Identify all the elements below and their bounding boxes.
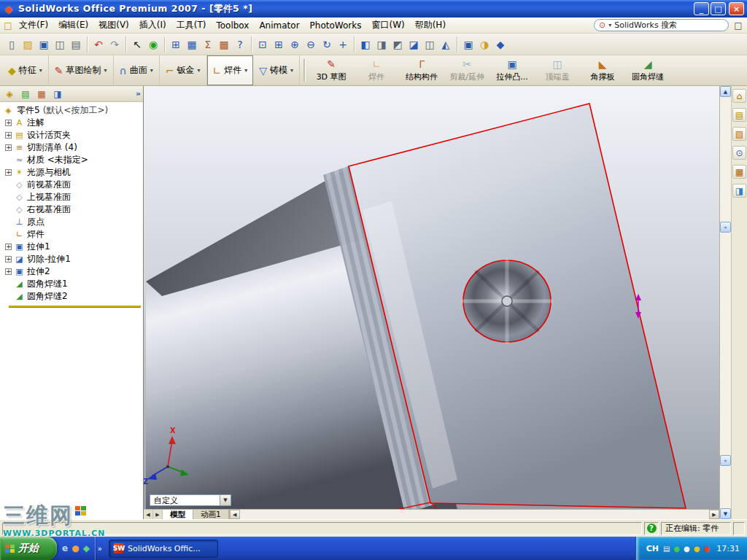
tool-end-cap[interactable]: ◫ 顶端盖 bbox=[535, 55, 580, 85]
propertymanager-tab[interactable]: ▤ bbox=[18, 88, 33, 101]
menu-item[interactable]: Animator bbox=[254, 19, 304, 32]
toolbar-overflow-icon[interactable]: □ bbox=[732, 20, 745, 31]
tray-status-green-icon[interactable]: ● bbox=[673, 545, 680, 553]
chevron-down-icon[interactable]: ▾ bbox=[104, 67, 107, 74]
rollback-bar[interactable] bbox=[9, 306, 141, 308]
cm-tab-weldments[interactable]: ∟ 焊件 ▾ bbox=[207, 55, 254, 85]
cm-tab-mold[interactable]: ▽ 铸模 ▾ bbox=[253, 55, 300, 85]
menu-item[interactable]: 视图(V) bbox=[93, 18, 134, 33]
design-table-button[interactable]: ▦ bbox=[184, 36, 200, 52]
tree-item-material[interactable]: + ≈ 材质 <未指定> bbox=[0, 154, 143, 166]
expand-toggle[interactable]: + bbox=[5, 244, 12, 250]
realview-button[interactable]: ◑ bbox=[476, 36, 492, 52]
tray-status-yellow-icon[interactable]: ● bbox=[694, 545, 700, 553]
expand-toggle[interactable]: + bbox=[5, 144, 12, 151]
menu-item[interactable]: 插入(I) bbox=[134, 18, 171, 33]
menu-item[interactable]: 工具(T) bbox=[171, 18, 212, 33]
cm-tab-surfaces[interactable]: ∩ 曲面 ▾ bbox=[114, 55, 160, 85]
scroll-right-button[interactable]: ▶ bbox=[709, 510, 719, 519]
toolbox-button[interactable]: ◆ bbox=[492, 36, 508, 52]
tree-item-front-plane[interactable]: + ◇ 前视基准面 bbox=[0, 179, 143, 191]
scroll-up-button[interactable]: ▲ bbox=[720, 86, 731, 97]
menu-item[interactable]: 编辑(E) bbox=[53, 18, 93, 33]
tool-structural-member[interactable]: Γ 结构构件 bbox=[399, 55, 444, 85]
hidden-lines-button[interactable]: ◩ bbox=[390, 36, 406, 52]
tree-item-origin[interactable]: + ⊥ 原点 bbox=[0, 216, 143, 228]
panel-expand-icon[interactable]: » bbox=[136, 89, 141, 98]
restore-button[interactable]: □ bbox=[711, 2, 726, 15]
document-window-icon[interactable]: □ bbox=[2, 20, 14, 31]
configuration-combo[interactable]: 自定义 ▼ bbox=[150, 494, 231, 506]
quick-launch-3[interactable]: ◆ bbox=[83, 543, 90, 553]
chevron-down-icon[interactable]: ▾ bbox=[244, 67, 247, 74]
tab-model[interactable]: 模型 bbox=[163, 510, 193, 519]
search-dropdown-icon[interactable]: ▾ bbox=[608, 22, 611, 28]
sketch-button[interactable]: ⊞ bbox=[168, 36, 184, 52]
tool-3d-sketch[interactable]: ✎ 3D 草图 bbox=[309, 55, 354, 85]
appearance-button[interactable]: ▩ bbox=[216, 36, 232, 52]
wireframe-button[interactable]: ◨ bbox=[374, 36, 390, 52]
rotate-view-button[interactable]: ↻ bbox=[319, 36, 335, 52]
standard-views-button[interactable]: ▣ bbox=[460, 36, 476, 52]
quick-launch-2[interactable]: ● bbox=[71, 543, 79, 553]
configurationmanager-tab[interactable]: ▦ bbox=[34, 88, 49, 101]
scroll-left-button[interactable]: ◀ bbox=[230, 510, 240, 519]
quick-tips-icon[interactable]: ? bbox=[647, 524, 657, 533]
vertical-scrollbar[interactable]: ▲ « « ▼ bbox=[719, 86, 731, 519]
scroll-down-button[interactable]: ▼ bbox=[720, 508, 731, 519]
section-view-button[interactable]: ◭ bbox=[438, 36, 454, 52]
select-tool-button[interactable]: ↖ bbox=[129, 36, 145, 52]
tray-keyboard-icon[interactable]: ▤ bbox=[663, 545, 670, 553]
zoom-selection-button[interactable]: ⊖ bbox=[303, 36, 319, 52]
start-button[interactable]: 开始 bbox=[0, 537, 57, 560]
chevron-down-icon[interactable]: ▾ bbox=[290, 67, 293, 74]
pan-button[interactable]: + bbox=[335, 36, 351, 52]
cm-tab-sheet-metal[interactable]: ⌐ 钣金 ▾ bbox=[160, 55, 207, 85]
save-button[interactable]: ▣ bbox=[36, 36, 52, 52]
tree-item-extrude1[interactable]: + ▣ 拉伸1 bbox=[0, 241, 143, 253]
horizontal-scrollbar[interactable]: ◀ ▶ bbox=[229, 510, 719, 519]
tree-item-lights-cameras[interactable]: + ☀ 光源与相机 bbox=[0, 166, 143, 179]
tool-fillet-bead[interactable]: ◢ 圆角焊缝 bbox=[625, 55, 670, 85]
new-button[interactable]: ▯ bbox=[4, 36, 20, 52]
clock[interactable]: 17:31 bbox=[716, 544, 740, 553]
dimxpertmanager-tab[interactable]: ◨ bbox=[50, 88, 65, 101]
menu-item[interactable]: PhotoWorks bbox=[305, 19, 367, 32]
quick-launch-browser[interactable]: e bbox=[62, 543, 68, 553]
design-library-tab[interactable]: ▤ bbox=[732, 108, 746, 122]
print-button[interactable]: ▤ bbox=[68, 36, 84, 52]
redo-button[interactable]: ↷ bbox=[107, 36, 123, 52]
tree-item-extrude2[interactable]: + ▣ 拉伸2 bbox=[0, 265, 143, 278]
solidworks-search-box[interactable]: ⊙ ▾ bbox=[594, 19, 729, 31]
view-orientation-button[interactable]: ◧ bbox=[357, 36, 374, 52]
cm-tab-sketch[interactable]: ✎ 草图绘制 ▾ bbox=[49, 55, 114, 85]
shadows-button[interactable]: ◫ bbox=[422, 36, 438, 52]
collapse-pane-lower-button[interactable]: « bbox=[720, 455, 731, 466]
cm-tab-features[interactable]: ◆ 特征 ▾ bbox=[2, 55, 49, 85]
language-indicator[interactable]: CH bbox=[646, 544, 659, 553]
menu-item[interactable]: 帮助(H) bbox=[410, 18, 451, 33]
menu-item[interactable]: 窗口(W) bbox=[366, 18, 409, 33]
tree-item-fillet-bead1[interactable]: + ◢ 圆角焊缝1 bbox=[0, 278, 143, 290]
tree-item-top-plane[interactable]: + ◇ 上视基准面 bbox=[0, 191, 143, 203]
tree-item-fillet-bead2[interactable]: + ◢ 圆角焊缝2 bbox=[0, 290, 143, 303]
tree-item-right-plane[interactable]: + ◇ 右视基准面 bbox=[0, 203, 143, 216]
chevron-down-icon[interactable]: ▾ bbox=[150, 67, 153, 74]
expand-toggle[interactable]: + bbox=[5, 169, 12, 176]
combo-dropdown-button[interactable]: ▼ bbox=[220, 495, 231, 505]
model-canvas[interactable]: X Z bbox=[144, 86, 719, 509]
shaded-button[interactable]: ◪ bbox=[406, 36, 422, 52]
featuremanager-tab[interactable]: ◈ bbox=[2, 88, 17, 101]
graphics-viewport[interactable]: X Z 自定义 ▼ ◀ ▶ 模型 bbox=[144, 86, 719, 519]
close-button[interactable]: × bbox=[729, 2, 744, 15]
menu-item[interactable]: 文件(F) bbox=[14, 18, 53, 33]
tray-status-white-icon[interactable]: ● bbox=[684, 545, 690, 553]
file-explorer-tab[interactable]: ▨ bbox=[732, 127, 746, 141]
collapse-pane-upper-button[interactable]: « bbox=[720, 222, 731, 233]
undo-button[interactable]: ↶ bbox=[90, 36, 107, 52]
chevron-down-icon[interactable]: ▾ bbox=[39, 67, 42, 74]
view-palette-tab[interactable]: ▦ bbox=[732, 165, 746, 179]
menu-item[interactable]: Toolbox bbox=[211, 19, 254, 32]
taskbar-window-button[interactable]: SW SolidWorks Offic... bbox=[109, 540, 218, 558]
search-input[interactable] bbox=[614, 20, 724, 30]
